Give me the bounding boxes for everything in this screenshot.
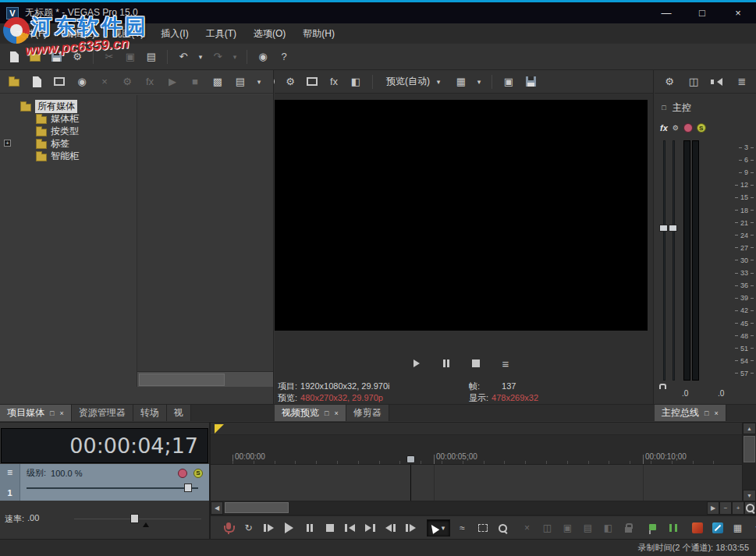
loop-playback-button[interactable]: ↻ <box>240 519 257 537</box>
float-window-icon[interactable]: □ <box>50 409 54 417</box>
overlay-dropdown-icon[interactable]: ▾ <box>475 74 483 90</box>
timeline-tracks[interactable] <box>211 465 742 501</box>
go-to-end-button[interactable] <box>362 519 378 537</box>
scroll-right-button[interactable]: ▶ <box>707 501 719 515</box>
tree-item[interactable]: 智能柜 <box>0 150 137 162</box>
extract-audio-button[interactable]: ◉ <box>74 74 90 90</box>
lock-event-button[interactable] <box>620 519 637 537</box>
play-button[interactable] <box>281 519 297 537</box>
fader-thumb-right[interactable] <box>669 225 677 232</box>
preview-stop-button[interactable]: ■ <box>187 74 203 90</box>
new-project-button[interactable] <box>6 49 22 65</box>
previous-frame-button[interactable] <box>382 519 399 537</box>
stop-button[interactable] <box>321 519 338 537</box>
menu-item[interactable]: 帮助(H) <box>294 25 343 43</box>
copy-snapshot-button[interactable]: ▣ <box>501 74 516 90</box>
copy-event-button[interactable]: ▣ <box>559 519 576 537</box>
paste-event-button[interactable]: ▤ <box>580 519 596 537</box>
scroll-up-button[interactable]: ▲ <box>743 423 756 434</box>
close-icon[interactable]: × <box>334 409 338 417</box>
delete-event-button[interactable]: × <box>519 519 535 537</box>
track-level-slider[interactable] <box>27 487 198 489</box>
menu-item[interactable]: 文件(F) <box>8 25 55 43</box>
plugin-blue-button[interactable] <box>709 519 726 537</box>
zoom-tool-button[interactable] <box>495 519 511 537</box>
save-snapshot-button[interactable] <box>523 74 538 90</box>
insert-region-button[interactable] <box>665 519 681 537</box>
video-output-fx-button[interactable]: fx <box>326 74 342 90</box>
views-dropdown-icon[interactable]: ▾ <box>255 74 263 90</box>
mixer-properties-button[interactable]: ⚙ <box>662 74 677 90</box>
pause-button[interactable] <box>301 519 318 537</box>
video-track-header[interactable]: ≡ 1 级别: 100.0 % S <box>0 464 209 501</box>
media-fx-button[interactable]: fx <box>142 74 158 90</box>
tab-transitions[interactable]: 转场 <box>133 405 167 421</box>
insert-bus-button[interactable]: ◫ <box>686 74 701 90</box>
scrollbar-thumb[interactable] <box>744 436 755 462</box>
go-to-start-button[interactable] <box>342 519 358 537</box>
preview-properties-button[interactable]: ⚙ <box>282 74 298 90</box>
insert-marker-button[interactable] <box>644 519 661 537</box>
close-button[interactable]: × <box>720 2 756 23</box>
scroll-left-button[interactable]: ◀ <box>211 501 223 515</box>
scroll-down-button[interactable]: ▼ <box>743 490 756 501</box>
track-solo-button[interactable]: S <box>193 469 203 478</box>
tree-item[interactable]: 标签 <box>0 137 137 150</box>
tab-master-bus[interactable]: 主控总线 □ × <box>655 405 726 421</box>
new-bin-button[interactable] <box>6 74 22 90</box>
float-window-icon[interactable]: □ <box>705 409 708 417</box>
envelope-tool-button[interactable]: ≈ <box>454 519 470 537</box>
track-mute-button[interactable] <box>178 469 187 478</box>
remove-media-button[interactable]: × <box>97 74 112 90</box>
whats-this-help-button[interactable]: ? <box>276 49 292 65</box>
tab-video-fx[interactable]: 视 <box>167 405 191 421</box>
chevron-down-icon[interactable]: ▾ <box>439 520 447 536</box>
interactive-tutorials-button[interactable]: ◉ <box>255 49 271 65</box>
zoom-out-button[interactable]: − <box>719 501 732 515</box>
redo-dropdown-icon[interactable]: ▾ <box>231 49 239 65</box>
scrollbar-thumb[interactable] <box>139 374 225 386</box>
fader-thumb-left[interactable] <box>659 225 668 232</box>
rate-slider-thumb[interactable] <box>130 514 139 523</box>
paste-button[interactable]: ▤ <box>144 49 159 65</box>
tab-video-preview[interactable]: 视频预览 □ × <box>275 405 346 421</box>
tree-item[interactable]: 媒体柜 <box>0 112 137 125</box>
open-project-button[interactable] <box>27 49 43 65</box>
marker-bar[interactable] <box>211 423 742 435</box>
menu-item[interactable]: 视图(V) <box>104 25 152 43</box>
fader-track-right[interactable] <box>673 140 675 381</box>
tree-expand-icon[interactable]: + <box>4 140 11 147</box>
plugin-red-button[interactable] <box>689 519 705 537</box>
trim-event-button[interactable]: ◧ <box>600 519 616 537</box>
menu-item[interactable]: 工具(T) <box>197 25 245 43</box>
tab-project-media[interactable]: 项目媒体 □ × <box>0 405 72 421</box>
undo-button[interactable]: ↶ <box>176 49 191 65</box>
play-from-start-button[interactable] <box>261 519 277 537</box>
downmix-output-button[interactable] <box>710 74 726 90</box>
scrollbar-thumb[interactable] <box>225 502 289 513</box>
timecode-display[interactable]: 00:00:04;17 <box>1 428 208 463</box>
float-window-icon[interactable]: □ <box>325 409 328 417</box>
preview-play-button[interactable]: ▶ <box>165 74 180 90</box>
record-button[interactable] <box>220 519 236 537</box>
playhead-handle[interactable] <box>406 455 415 463</box>
zoom-tool-corner-button[interactable] <box>744 501 756 515</box>
views-button[interactable]: ▤ <box>232 74 248 90</box>
preview-options-menu-button[interactable]: ≡ <box>498 356 513 371</box>
preview-pause-button[interactable] <box>438 356 454 371</box>
media-properties-button[interactable]: ⚙ <box>119 74 135 90</box>
tree-item[interactable]: 按类型 <box>0 125 137 137</box>
undo-dropdown-icon[interactable]: ▾ <box>197 49 204 65</box>
save-project-button[interactable] <box>48 49 64 65</box>
time-ruler[interactable]: 00:00:00 00:00:05;00 00:00:10;00 <box>211 435 742 465</box>
external-monitor-button[interactable] <box>304 74 320 90</box>
selection-tool-button[interactable] <box>474 519 491 537</box>
capture-video-button[interactable] <box>51 74 67 90</box>
overlay-grid-button[interactable]: ▦ <box>453 74 469 90</box>
minimize-button[interactable]: — <box>648 2 684 23</box>
menu-item[interactable]: 编辑(E) <box>55 25 104 43</box>
redo-button[interactable]: ↷ <box>210 49 225 65</box>
playhead-line[interactable] <box>410 465 411 501</box>
tools-dropdown-button[interactable]: ▾ <box>750 519 756 537</box>
tab-explorer[interactable]: 资源管理器 <box>72 405 133 421</box>
